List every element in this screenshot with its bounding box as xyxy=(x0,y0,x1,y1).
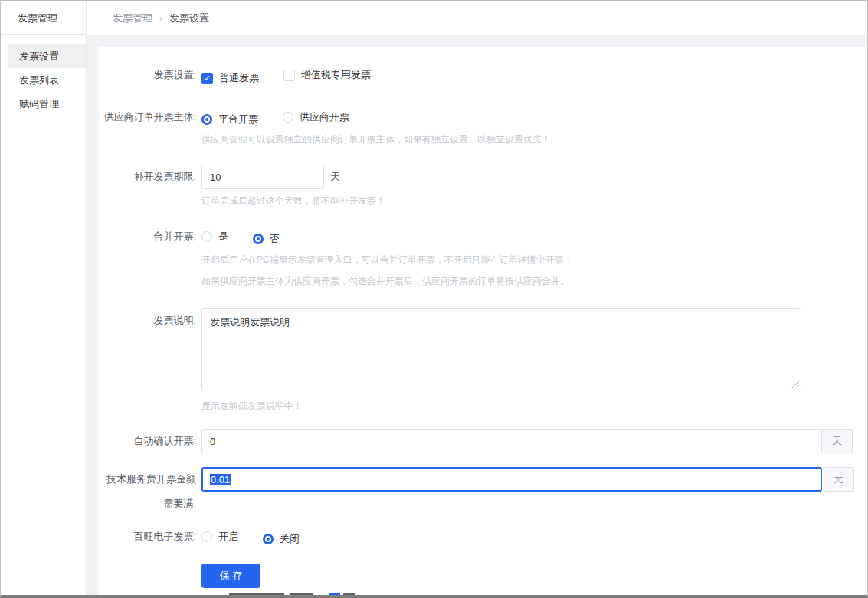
tech-fee-label-line1: 技术服务费开票金额 xyxy=(99,467,196,492)
checkbox-label: 普通发票 xyxy=(219,71,259,85)
radio-selected-icon xyxy=(201,114,212,125)
auto-confirm-label: 自动确认开票: xyxy=(99,429,196,453)
form-row-reissue-deadline: 补开发票期限: 天 xyxy=(99,165,867,189)
form-row-supplier-subject: 供应商订单开票主体: 平台开票 供应商开票 xyxy=(99,110,867,126)
radio-selected-icon xyxy=(263,534,274,544)
merge-invoicing-label: 合并开票: xyxy=(99,230,196,246)
radio-label: 开启 xyxy=(218,530,238,544)
invoice-note-tip: 显示在前端发票说明中！ xyxy=(201,400,867,411)
checkbox-label: 增值税专用发票 xyxy=(301,68,371,82)
selected-text: 0.01 xyxy=(210,474,231,485)
merge-invoicing-tip-1: 开启后用户在PC端显示发票管理入口，可以合并订单开票，不开启只能在订单详情中开票… xyxy=(201,254,867,265)
app-window: 发票管理 发票设置 发票列表 赋码管理 发票管理 › 发票设置 发票设置: 普 xyxy=(0,0,868,598)
settings-form-card: 发票设置: 普通发票 增值税专用发票 供应商订单开票主体: xyxy=(99,47,867,598)
breadcrumb-separator-icon: › xyxy=(159,13,162,24)
form-row-tech-service-fee: 技术服务费开票金额 需要满: 0.01 元 xyxy=(99,467,867,516)
invoice-note-label: 发票说明: xyxy=(99,308,196,393)
supplier-subject-label: 供应商订单开票主体: xyxy=(99,110,196,126)
topbar: 发票管理 › 发票设置 xyxy=(87,1,867,35)
auto-confirm-unit-addon: 天 xyxy=(822,429,853,453)
main-area: 发票管理 › 发票设置 发票设置: 普通发票 增值税专用发票 xyxy=(87,1,867,595)
checkbox-unchecked-icon xyxy=(283,70,295,81)
form-row-invoice-type: 发票设置: 普通发票 增值税专用发票 xyxy=(99,68,867,85)
radio-unselected-icon xyxy=(201,531,212,542)
supplier-subject-tip: 供应商管理可以设置独立的供应商订单开票主体，如果有独立设置，以独立设置优先！ xyxy=(201,134,867,145)
radio-label: 关闭 xyxy=(280,532,300,546)
auto-confirm-input[interactable] xyxy=(201,429,822,453)
clipped-row-fragment xyxy=(329,593,340,595)
form-row-auto-confirm: 自动确认开票: 天 xyxy=(99,429,867,453)
form-row-invoice-note: 发票说明: 发票说明发票说明 xyxy=(99,308,867,393)
sidebar-menu: 发票设置 发票列表 赋码管理 xyxy=(1,35,86,116)
merge-invoicing-tip-2: 如果供应商开票主体为供应商开票，勾选合并开票后，供应商开票的订单将按供应商合并。 xyxy=(201,276,867,286)
reissue-deadline-input[interactable] xyxy=(201,165,324,189)
sidebar-title: 发票管理 xyxy=(1,1,86,35)
invoice-type-label: 发票设置: xyxy=(99,68,196,85)
form-row-merge-invoicing: 合并开票: 是 否 xyxy=(99,230,867,246)
sidebar-item-invoice-list[interactable]: 发票列表 xyxy=(8,68,86,92)
checkbox-vat-special-invoice[interactable]: 增值税专用发票 xyxy=(283,68,371,82)
reissue-deadline-unit: 天 xyxy=(330,165,340,189)
tech-fee-input[interactable]: 0.01 xyxy=(201,467,822,492)
radio-label: 平台开票 xyxy=(218,113,258,126)
radio-baiwang-on[interactable]: 开启 xyxy=(201,530,238,544)
radio-selected-icon xyxy=(253,234,264,244)
radio-unselected-icon xyxy=(201,231,212,242)
radio-merge-yes[interactable]: 是 xyxy=(201,230,228,243)
sidebar-item-invoice-settings[interactable]: 发票设置 xyxy=(8,44,86,68)
radio-label: 否 xyxy=(270,232,280,246)
breadcrumb-current: 发票设置 xyxy=(169,11,209,25)
clipped-row-fragment xyxy=(229,593,284,595)
baiwang-label: 百旺电子发票: xyxy=(99,530,196,546)
invoice-note-textarea[interactable]: 发票说明发票说明 xyxy=(201,308,801,390)
save-button[interactable]: 保 存 xyxy=(201,564,260,588)
clipped-row-fragment xyxy=(290,593,313,595)
reissue-deadline-label: 补开发票期限: xyxy=(99,165,196,189)
content-background: 发票设置: 普通发票 增值税专用发票 供应商订单开票主体: xyxy=(87,35,867,598)
form-row-baiwang: 百旺电子发票: 开启 关闭 xyxy=(99,530,867,546)
tech-fee-label-line2: 需要满: xyxy=(99,492,196,516)
radio-unselected-icon xyxy=(283,112,293,123)
checkbox-checked-icon xyxy=(201,73,213,84)
checkbox-ordinary-invoice[interactable]: 普通发票 xyxy=(201,71,259,85)
radio-supplier-invoicing[interactable]: 供应商开票 xyxy=(283,110,349,124)
radio-baiwang-off[interactable]: 关闭 xyxy=(263,532,300,546)
reissue-deadline-tip: 订单完成后超过这个天数，将不能补开发票！ xyxy=(201,195,867,206)
sidebar-item-code-management[interactable]: 赋码管理 xyxy=(8,92,86,116)
radio-merge-no[interactable]: 否 xyxy=(253,232,280,246)
radio-label: 供应商开票 xyxy=(300,110,349,124)
sidebar: 发票管理 发票设置 发票列表 赋码管理 xyxy=(1,1,87,595)
radio-label: 是 xyxy=(218,230,228,243)
radio-platform-invoicing[interactable]: 平台开票 xyxy=(201,113,258,126)
breadcrumb-parent[interactable]: 发票管理 xyxy=(113,11,152,25)
clipped-row-fragment xyxy=(343,593,355,595)
tech-fee-unit-addon: 元 xyxy=(824,467,854,492)
